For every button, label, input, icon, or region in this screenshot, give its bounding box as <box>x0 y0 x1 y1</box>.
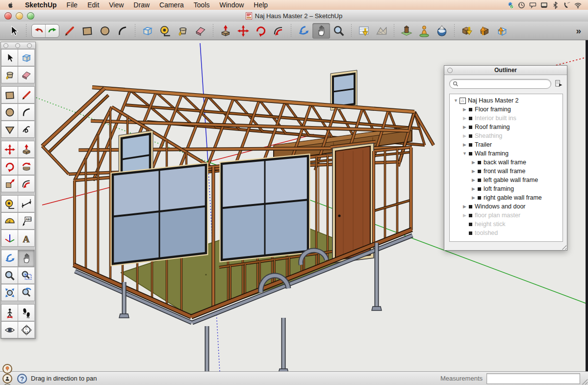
viewport[interactable]: ABCACA-S Outliner ▼⌂Naj Haus Master 2▶Fl… <box>0 40 588 371</box>
credits-icon[interactable] <box>2 374 12 384</box>
menu-sketchup[interactable]: SketchUp <box>20 1 62 9</box>
disclosure-closed-icon[interactable]: ▶ <box>461 213 468 218</box>
palette-button-1[interactable] <box>3 43 8 48</box>
redo-button[interactable] <box>45 25 59 37</box>
google-icon[interactable]: G <box>2 384 12 385</box>
menu-draw[interactable]: Draw <box>128 1 154 9</box>
toolbar-tool-select[interactable] <box>5 23 23 39</box>
palette-tool-rotate[interactable] <box>1 158 18 175</box>
palette-tool-follow-me[interactable] <box>18 158 35 175</box>
outliner-item[interactable]: ▶Trailer <box>450 140 562 149</box>
outliner-item[interactable]: ▶Floor framing <box>450 105 562 114</box>
disclosure-closed-icon[interactable]: ▶ <box>461 133 468 138</box>
toolbar-tool-share-component[interactable] <box>493 23 511 39</box>
toolbar-tool-google-earth[interactable] <box>433 23 451 39</box>
disclosure-open-icon[interactable]: ▼ <box>461 151 468 156</box>
toolbar-tool-circle[interactable] <box>96 23 114 39</box>
outliner-close-button[interactable] <box>447 68 453 73</box>
display-icon[interactable] <box>540 1 548 9</box>
disclosure-closed-icon[interactable]: ▶ <box>461 204 468 209</box>
title-bar[interactable]: Naj Haus Master 2 – SketchUp <box>0 10 588 22</box>
outliner-item[interactable]: ▶right gable wall frame <box>450 193 562 202</box>
palette-tool-scale[interactable] <box>1 175 18 192</box>
disclosure-closed-icon[interactable]: ▶ <box>461 142 468 147</box>
zoom-window-button[interactable] <box>27 12 34 20</box>
outliner-item[interactable]: ▶Sheathing <box>450 131 562 140</box>
menu-window[interactable]: Window <box>215 1 249 9</box>
palette-tool-orbit[interactable] <box>1 250 18 267</box>
outliner-item[interactable]: ▶left gable wall frame <box>450 176 562 184</box>
outliner-item[interactable]: ▶back wall frame <box>450 158 562 167</box>
palette-tool-zoom-extents[interactable] <box>1 284 18 301</box>
bluetooth-icon[interactable] <box>551 1 560 9</box>
outliner-item[interactable]: ▶front wall frame <box>450 167 562 176</box>
phone-icon[interactable] <box>562 1 571 9</box>
wifi-icon[interactable] <box>574 1 582 9</box>
menu-edit[interactable]: Edit <box>82 1 104 9</box>
disclosure-closed-icon[interactable]: ▶ <box>470 160 477 165</box>
toolbar-tool-toggle-terrain[interactable] <box>373 23 390 39</box>
toolbar-tool-place-model[interactable] <box>398 23 415 39</box>
outliner-search-field[interactable] <box>449 79 551 89</box>
palette-tool-arc[interactable] <box>18 103 35 121</box>
palette-tool-section-plane[interactable]: CA-S <box>18 321 35 338</box>
palette-tool-paint-bucket[interactable] <box>1 66 18 83</box>
palette-button-3[interactable] <box>27 43 32 48</box>
palette-tool-zoom-previous[interactable] <box>18 284 35 301</box>
toolbar-tool-warehouse-download[interactable] <box>458 23 476 39</box>
disclosure-closed-icon[interactable]: ▶ <box>470 195 477 200</box>
outliner-item[interactable]: ▶floor plan master <box>450 211 562 220</box>
palette-tool-select[interactable] <box>1 49 18 66</box>
menu-help[interactable]: Help <box>249 1 273 9</box>
disclosure-closed-icon[interactable]: ▶ <box>461 125 468 129</box>
toolbar-tool-line[interactable] <box>61 23 78 39</box>
outliner-item[interactable]: ▶Windows and door <box>450 202 562 211</box>
disclosure-open-icon[interactable]: ▼ <box>453 98 459 103</box>
outliner-item[interactable]: height stick <box>450 220 562 229</box>
minimize-window-button[interactable] <box>16 12 23 20</box>
outliner-item[interactable]: ▶loft framing <box>450 184 562 193</box>
outliner-details-button[interactable] <box>554 79 563 88</box>
outliner-title-bar[interactable]: Outliner <box>444 66 567 75</box>
palette-button-2[interactable] <box>15 43 20 48</box>
menu-tools[interactable]: Tools <box>189 1 215 9</box>
palette-tool-make-component[interactable] <box>18 49 35 66</box>
toolbar-tool-zoom[interactable] <box>330 23 348 39</box>
palette-tool-push-pull[interactable] <box>18 141 35 158</box>
palette-tool-polygon[interactable] <box>1 121 18 138</box>
outliner-item[interactable]: ▼⌂Naj Haus Master 2 <box>450 96 562 105</box>
toolbar-tool-rotate[interactable] <box>252 23 270 39</box>
menu-file[interactable]: File <box>62 1 83 9</box>
palette-tool-pan[interactable] <box>18 250 35 267</box>
palette-tool-text[interactable]: ABC <box>18 212 35 230</box>
toolbar-tool-orbit[interactable] <box>295 23 312 39</box>
palette-title-bar[interactable] <box>1 42 35 49</box>
palette-tool-3d-text[interactable]: A <box>18 230 35 247</box>
toolbar-tool-get-current-view[interactable] <box>355 23 373 39</box>
palette-tool-circle[interactable] <box>1 103 18 121</box>
undo-button[interactable] <box>32 25 45 37</box>
toolbar-tool-move[interactable] <box>234 23 252 39</box>
chat-icon[interactable] <box>529 1 537 9</box>
geolocation-icon[interactable] <box>2 364 12 374</box>
measurements-input[interactable] <box>486 373 580 384</box>
palette-tool-position-camera[interactable] <box>1 304 18 321</box>
outliner-item[interactable]: ▶Interior built ins <box>450 114 562 123</box>
toolbar-tool-eraser[interactable] <box>192 23 209 39</box>
palette-tool-move[interactable] <box>1 141 18 158</box>
help-icon[interactable]: ? <box>17 374 27 384</box>
outliner-item[interactable]: ▼Wall framing <box>450 149 562 158</box>
toolbar-tool-pan[interactable] <box>312 23 330 39</box>
palette-tool-zoom-window[interactable] <box>18 267 35 284</box>
disclosure-closed-icon[interactable]: ▶ <box>470 169 477 174</box>
outliner-item[interactable]: ▶Roof framing <box>450 123 562 131</box>
toolbar-tool-rectangle[interactable] <box>78 23 96 39</box>
palette-tool-line[interactable] <box>18 86 35 103</box>
disclosure-closed-icon[interactable]: ▶ <box>461 107 468 112</box>
time-machine-icon[interactable] <box>517 1 526 9</box>
toolbar-tool-arc[interactable] <box>114 23 131 39</box>
palette-tool-dimension[interactable] <box>18 195 35 212</box>
menu-view[interactable]: View <box>104 1 128 9</box>
outliner-item[interactable]: toolshed <box>450 229 562 237</box>
toolbar-tool-push-pull[interactable] <box>217 23 234 39</box>
